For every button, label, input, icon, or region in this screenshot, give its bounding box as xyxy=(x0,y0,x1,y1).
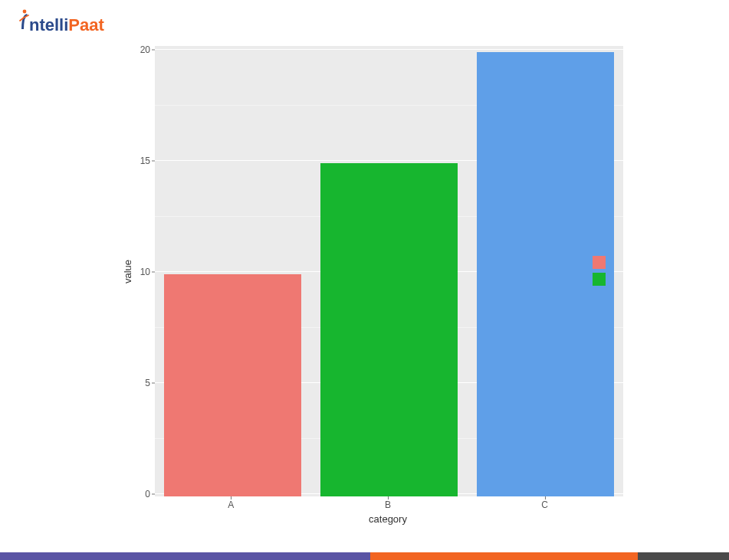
bar-a xyxy=(164,274,301,496)
footer-segment-2 xyxy=(370,552,638,560)
legend-swatch-c xyxy=(593,290,606,303)
bars-container xyxy=(155,46,623,496)
y-tick-label: 5 xyxy=(145,378,150,388)
brand-logo: ntelliPaat xyxy=(17,9,104,35)
bar-b xyxy=(320,163,458,496)
logo-figure-icon xyxy=(17,9,31,31)
y-tick-label: 15 xyxy=(140,156,150,166)
y-axis-label: value xyxy=(117,46,133,496)
y-tick-label: 20 xyxy=(140,44,150,55)
y-tick-label: 10 xyxy=(140,267,150,277)
legend-swatch-b xyxy=(593,273,606,286)
x-axis-ticks: ABC xyxy=(153,496,623,512)
x-tick-mark xyxy=(388,496,389,499)
x-tick-mark xyxy=(545,496,546,499)
x-tick-label: A xyxy=(228,499,234,510)
legend xyxy=(593,256,606,303)
x-tick-label: B xyxy=(385,499,391,510)
legend-swatch-a xyxy=(593,256,606,269)
bar-chart: value 05101520 ABC category xyxy=(117,46,623,525)
footer-segment-3 xyxy=(638,552,729,560)
x-tick-mark xyxy=(231,496,232,499)
logo-text-primary: ntelli xyxy=(29,15,68,35)
footer-accent-bar xyxy=(0,552,729,560)
svg-point-0 xyxy=(23,10,27,14)
plot-panel xyxy=(155,46,623,496)
y-axis-ticks: 05101520 xyxy=(133,46,155,496)
footer-segment-1 xyxy=(0,552,370,560)
x-axis-label: category xyxy=(153,513,623,525)
x-tick-label: C xyxy=(541,499,548,510)
logo-text-accent: Paat xyxy=(68,15,103,35)
y-tick-label: 0 xyxy=(145,489,150,499)
